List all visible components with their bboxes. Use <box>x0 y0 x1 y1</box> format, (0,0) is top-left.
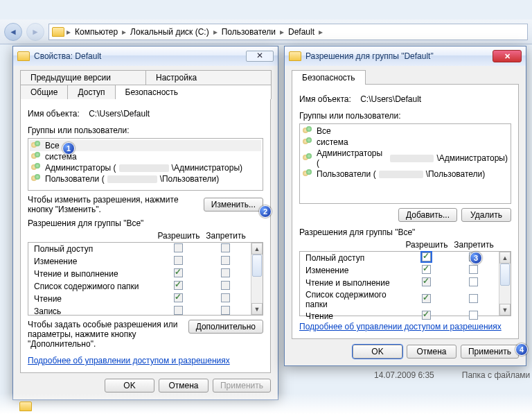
groups-listbox[interactable]: Все система Администраторы (\Администрат… <box>299 123 511 204</box>
allow-checkbox[interactable] <box>422 277 431 286</box>
tab-security[interactable]: Безопасность <box>292 70 366 85</box>
tab-customize[interactable]: Настройка <box>145 70 272 85</box>
list-item[interactable]: Пользователи (\Пользователи) <box>30 173 261 184</box>
allow-checkbox[interactable] <box>422 252 431 261</box>
list-item[interactable]: система <box>301 137 509 148</box>
redacted-text <box>119 164 169 172</box>
allow-checkbox <box>174 293 183 302</box>
breadcrumb[interactable]: Компьютер <box>73 27 120 37</box>
list-item[interactable]: Пользователи (\Пользователи) <box>301 169 509 180</box>
close-icon[interactable]: ✕ <box>246 51 274 62</box>
object-name-label: Имя объекта: <box>299 94 351 104</box>
perm-row: Полный доступ <box>28 243 263 255</box>
chevron-right-icon: ▸ <box>279 27 285 37</box>
file-date: 14.07.2009 6:35 <box>374 370 434 380</box>
explorer-navbar: ◄ ► ▸ Компьютер ▸ Локальный диск (C:) ▸ … <box>0 19 532 44</box>
list-item[interactable]: Администраторы (\Администраторы) <box>30 162 261 173</box>
dialog-title: Свойства: Default <box>34 51 242 61</box>
users-icon <box>303 126 314 136</box>
scroll-down-icon[interactable]: ▼ <box>251 303 263 315</box>
deny-checkbox[interactable] <box>469 294 478 303</box>
allow-checkbox <box>174 281 183 290</box>
scroll-down-icon[interactable]: ▼ <box>499 304 511 316</box>
object-name-label: Имя объекта: <box>28 109 80 119</box>
edit-permissions-button[interactable]: Изменить... <box>204 198 263 212</box>
callout-3: 3 <box>470 252 482 264</box>
tab-sharing[interactable]: Доступ <box>67 85 115 99</box>
address-bar[interactable]: ▸ Компьютер ▸ Локальный диск (C:) ▸ Поль… <box>48 24 528 40</box>
learn-more-link[interactable]: Подробнее об управлении доступом и разре… <box>299 322 511 331</box>
permissions-dialog: Разрешения для группы "Default" ✕ Безопа… <box>284 46 526 366</box>
security-panel: Имя объекта: C:\Users\Default Группы или… <box>20 98 271 373</box>
nav-back-button[interactable]: ◄ <box>4 23 22 41</box>
groups-label: Группы или пользователи: <box>28 126 263 135</box>
deny-checkbox <box>221 293 230 302</box>
allow-checkbox <box>174 256 183 265</box>
scrollbar[interactable]: ▲▼ <box>251 243 263 315</box>
cancel-button[interactable]: Отмена <box>159 379 209 393</box>
perm-row: Изменение <box>28 255 263 268</box>
breadcrumb[interactable]: Пользователи <box>220 27 278 37</box>
users-icon <box>31 141 42 150</box>
deny-checkbox <box>221 281 230 290</box>
redacted-text <box>390 155 434 162</box>
dialog-titlebar[interactable]: Свойства: Default ✕ <box>13 46 278 66</box>
breadcrumb[interactable]: Default <box>286 27 317 37</box>
tab-general[interactable]: Общие <box>20 85 68 99</box>
ok-button[interactable]: OK <box>105 379 154 393</box>
dialog-titlebar[interactable]: Разрешения для группы "Default" ✕ <box>285 46 526 66</box>
chevron-right-icon: ▸ <box>213 27 218 37</box>
security-panel: Имя объекта: C:\Users\Default Группы или… <box>292 84 519 339</box>
deny-checkbox[interactable] <box>469 265 478 274</box>
change-hint: Чтобы изменить разрешения, нажмите кнопк… <box>28 195 198 214</box>
allow-checkbox <box>174 306 183 315</box>
allow-checkbox[interactable] <box>422 265 431 274</box>
tab-previous-versions[interactable]: Предыдущие версии <box>20 70 146 85</box>
tab-security[interactable]: Безопасность <box>115 85 272 99</box>
advanced-button[interactable]: Дополнительно <box>188 320 263 334</box>
nav-forward-button: ► <box>26 23 44 41</box>
col-deny: Запретить <box>450 240 497 250</box>
apply-button[interactable]: Применить <box>461 345 519 359</box>
scroll-thumb[interactable] <box>500 264 510 286</box>
list-item[interactable]: Все <box>301 126 509 137</box>
permissions-caption: Разрешения для группы "Все" <box>28 218 263 228</box>
allow-checkbox[interactable] <box>422 294 431 303</box>
redacted-text <box>379 171 423 178</box>
cancel-button[interactable]: Отмена <box>407 345 456 359</box>
file-list-fragment: 14.07.2009 6:35 Папка с файлами <box>374 370 530 380</box>
remove-button[interactable]: Удалить <box>461 208 511 222</box>
scroll-thumb[interactable] <box>252 255 262 277</box>
perm-row: Чтение <box>28 293 263 305</box>
chevron-right-icon: ▸ <box>66 27 71 37</box>
close-button[interactable]: ✕ <box>493 50 522 62</box>
apply-button: Применить <box>213 379 271 393</box>
users-icon <box>303 169 314 179</box>
deny-checkbox <box>221 256 230 265</box>
users-icon <box>31 163 42 173</box>
scrollbar[interactable]: ▲▼ <box>499 252 511 316</box>
learn-more-link[interactable]: Подробнее об управлении доступом и разре… <box>28 356 263 365</box>
list-item[interactable]: Администраторы (\Администраторы) <box>301 148 509 169</box>
deny-checkbox <box>221 306 230 315</box>
chevron-right-icon: ▸ <box>121 27 127 37</box>
folder-icon <box>52 27 64 37</box>
ok-button[interactable]: OK <box>353 345 402 359</box>
callout-1: 1 <box>62 142 75 155</box>
deny-checkbox[interactable] <box>469 277 478 286</box>
deny-checkbox[interactable] <box>469 311 478 320</box>
chevron-right-icon: ▸ <box>318 27 323 37</box>
callout-2: 2 <box>259 205 272 218</box>
perm-row: Список содержимого папки <box>300 289 511 310</box>
scroll-up-icon[interactable]: ▲ <box>251 243 263 255</box>
fade-overlay <box>0 393 532 414</box>
allow-checkbox[interactable] <box>422 311 431 320</box>
dialog-title: Разрешения для группы "Default" <box>305 51 488 61</box>
scroll-up-icon[interactable]: ▲ <box>499 252 511 264</box>
add-button[interactable]: Добавить... <box>398 208 457 222</box>
permissions-table: Полный доступ Изменение Чтение и выполне… <box>28 242 263 316</box>
folder-icon <box>17 51 30 61</box>
users-icon <box>303 137 314 147</box>
breadcrumb[interactable]: Локальный диск (C:) <box>128 27 211 37</box>
col-deny: Запретить <box>202 231 249 241</box>
